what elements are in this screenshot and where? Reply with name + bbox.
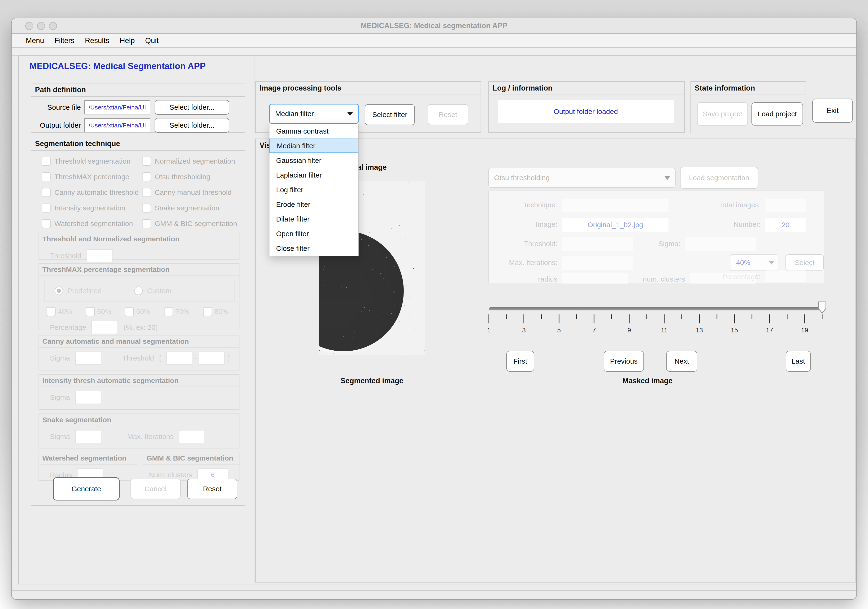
subgroup-title: ThreshMAX percentage segmentation [39, 263, 239, 276]
percent-70-checkbox[interactable] [164, 307, 173, 316]
radius-info-label: radius [517, 275, 557, 283]
last-image-button[interactable]: Last [786, 351, 811, 372]
minimize-button[interactable] [37, 22, 45, 30]
filter-option-close-filter[interactable]: Close filter [270, 241, 358, 256]
canny-manual-checkbox[interactable] [142, 188, 151, 197]
filter-option-erode-filter[interactable]: Erode filter [270, 197, 358, 212]
source-file-input[interactable]: /Users/xtian/Feina/UI [84, 100, 150, 115]
snake-subgroup: Snake segmentation Sigma Max. Iterations [39, 414, 239, 448]
percent-50-checkbox[interactable] [86, 307, 95, 316]
checkbox-label: Canny manual threshold [155, 188, 232, 197]
first-image-button[interactable]: First [506, 351, 534, 372]
tick-label: 17 [766, 327, 773, 334]
percent-label: 40% [58, 308, 72, 316]
tick-label: 13 [696, 327, 703, 334]
num-clusters-info-field [690, 273, 756, 284]
percentage-input[interactable] [91, 321, 117, 334]
menu-item-menu[interactable]: Menu [26, 36, 44, 45]
filter-option-gamma-contrast[interactable]: Gamma contrast [270, 124, 358, 138]
canny-sigma-input[interactable] [75, 352, 101, 365]
checkbox-label: Watershed segmentation [54, 220, 133, 228]
menu-item-quit[interactable]: Quit [145, 36, 159, 45]
previous-image-button[interactable]: Previous [604, 351, 644, 372]
group-title: Image processing tools [256, 82, 480, 95]
threshold-input[interactable] [87, 249, 113, 262]
cancel-button[interactable]: Cancel [130, 479, 181, 499]
normalized-segmentation-checkbox[interactable] [142, 157, 151, 166]
max-iterations-info-label: Max. Iterations: [494, 259, 557, 267]
threshold-info-field [562, 237, 633, 251]
select-output-folder-button[interactable]: Select folder... [155, 118, 229, 133]
menu-bar: Menu Filters Results Help Quit [12, 34, 856, 48]
checkbox-label: Normalized segmentation [155, 157, 235, 165]
image-name-field: Original_1_b2.jpg [562, 218, 668, 232]
max-iterations-info-field [562, 256, 633, 270]
gmm-bic-segmentation-checkbox[interactable] [142, 219, 151, 228]
subgroup-title: Snake segmentation [39, 414, 239, 426]
slider-handle[interactable] [818, 301, 827, 314]
chevron-down-icon [347, 112, 353, 116]
select-filter-button[interactable]: Select filter [365, 104, 415, 125]
predefined-radio[interactable] [54, 287, 63, 295]
filter-option-laplacian-filter[interactable]: Laplacian filter [270, 168, 358, 183]
threshmax-percentage-checkbox[interactable] [42, 172, 51, 181]
filter-option-gaussian-filter[interactable]: Gaussian filter [270, 153, 358, 168]
percent-label: 70% [175, 308, 189, 316]
watershed-segmentation-checkbox[interactable] [42, 219, 51, 228]
menu-item-filters[interactable]: Filters [54, 36, 74, 45]
threshold-segmentation-checkbox[interactable] [42, 157, 51, 166]
menu-item-results[interactable]: Results [85, 36, 109, 45]
filter-option-open-filter[interactable]: Open filter [270, 226, 358, 241]
snake-segmentation-checkbox[interactable] [142, 203, 151, 212]
threshold-normalized-subgroup: Threshold and Normalized segmentation Th… [39, 232, 239, 260]
reset-filter-button[interactable]: Reset [428, 104, 468, 125]
snake-sigma-input[interactable] [75, 430, 101, 443]
reset-segmentation-button[interactable]: Reset [187, 479, 237, 499]
snake-iterations-input[interactable] [179, 430, 205, 443]
custom-radio[interactable] [134, 287, 143, 295]
zoom-button[interactable] [49, 22, 57, 30]
percent-80-checkbox[interactable] [203, 307, 212, 316]
subgroup-title: Threshold and Normalized segmentation [39, 233, 239, 245]
percent-60-checkbox[interactable] [125, 307, 134, 316]
menu-item-help[interactable]: Help [119, 36, 135, 45]
masked-image-label: Masked image [595, 377, 699, 385]
filter-option-log-filter[interactable]: Log filter [270, 183, 358, 197]
canny-threshold-high-input[interactable] [198, 352, 225, 365]
intensity-sigma-input[interactable] [75, 391, 101, 404]
image-slider[interactable] [489, 307, 822, 310]
exit-button[interactable]: Exit [812, 99, 853, 123]
content-frame: MEDICALSEG: Medical Segmentation APP Pat… [18, 56, 856, 584]
output-folder-input[interactable]: /Users/xtian/Feina/UI [84, 118, 150, 132]
canny-threshold-low-input[interactable] [166, 352, 192, 365]
group-title: Path definition [31, 84, 245, 97]
canny-automatic-checkbox[interactable] [42, 188, 51, 197]
otsu-thresholding-checkbox[interactable] [142, 172, 151, 181]
segmentation-technique-select[interactable]: Otsu thresholding [488, 168, 676, 188]
filter-option-dilate-filter[interactable]: Dilate filter [270, 212, 358, 226]
gmm-subgroup: GMM & BIC segmentation Num. clusters 6 [143, 452, 239, 480]
save-project-button[interactable]: Save project [697, 102, 748, 126]
toolbar-strip [12, 48, 856, 56]
load-segmentation-button[interactable]: Load segmentation [680, 167, 758, 189]
load-project-button[interactable]: Load project [752, 102, 803, 126]
close-button[interactable] [25, 22, 33, 30]
percent-40-checkbox[interactable] [46, 307, 56, 316]
custom-label: Custom [147, 287, 171, 295]
select-percent-button[interactable]: Select [786, 254, 824, 271]
slider-ticks: 1 3 5 7 9 11 13 15 17 19 [489, 315, 822, 338]
next-image-button[interactable]: Next [666, 351, 698, 372]
filter-select[interactable]: Median filter [269, 104, 359, 124]
intensity-segmentation-checkbox[interactable] [42, 203, 51, 212]
threshmax-subgroup: ThreshMAX percentage segmentation Predef… [39, 263, 239, 330]
tick-label: 15 [731, 327, 738, 334]
filter-option-median-filter[interactable]: Median filter [270, 138, 358, 153]
percent-label: 60% [136, 308, 150, 316]
generate-button[interactable]: Generate [53, 477, 119, 501]
percent-select[interactable]: 40% [730, 254, 778, 271]
select-source-folder-button[interactable]: Select folder... [155, 100, 229, 115]
tick-label: 19 [801, 327, 808, 334]
filter-select-value: Median filter [275, 110, 314, 118]
technique-field [562, 198, 668, 212]
chevron-down-icon [664, 176, 670, 180]
